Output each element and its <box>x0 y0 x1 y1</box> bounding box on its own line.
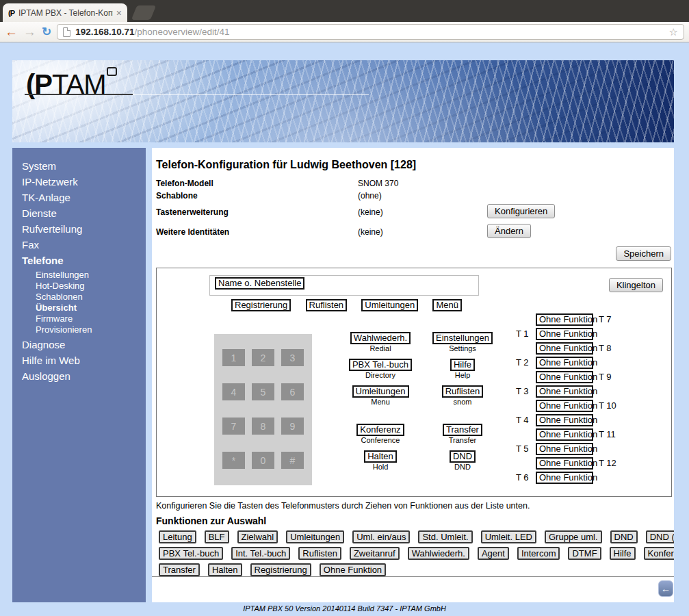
function-chip[interactable]: Umleitungen <box>286 530 344 543</box>
function-key: Einstellungen Settings <box>411 331 514 353</box>
sidebar-item[interactable]: Ausloggen <box>22 370 146 383</box>
function-key-slot[interactable]: Ruflisten <box>442 385 484 398</box>
function-chip[interactable]: Halten <box>208 563 242 576</box>
field-row: Schablone (ohne) <box>152 190 674 202</box>
page-icon <box>63 27 70 37</box>
sidebar-item[interactable]: Diagnose <box>22 338 146 351</box>
t-key-slot[interactable]: Ohne Funktion <box>536 357 593 369</box>
function-key-sublabel: Settings <box>411 344 514 353</box>
function-key: DND DND <box>411 450 514 472</box>
function-key-slot[interactable]: DND <box>450 450 476 463</box>
t-key-label-right: T 7 <box>599 314 612 324</box>
save-button[interactable]: Speichern <box>616 246 671 261</box>
browser-tab[interactable]: (P IPTAM PBX - Telefon-Konfiguration × <box>3 3 127 22</box>
function-chip[interactable]: Wahlwiederh. <box>408 547 469 560</box>
function-key-slot[interactable]: PBX Tel.-buch <box>349 359 412 371</box>
t-key-slot[interactable]: Ohne Funktion <box>536 443 593 455</box>
sidebar-item[interactable]: Schablonen <box>36 292 146 303</box>
sidebar-item[interactable]: Rufverteilung <box>22 222 146 235</box>
sidebar-item[interactable]: Provisionieren <box>36 324 146 335</box>
field-label: Weitere Identitäten <box>152 227 358 237</box>
sidebar-item[interactable]: Fax <box>22 238 146 251</box>
function-chip[interactable]: Konferenz <box>644 547 674 560</box>
sidebar-item[interactable]: Hot-Desking <box>36 281 146 292</box>
t-key-slot[interactable]: Ohne Funktion <box>536 328 593 340</box>
function-chip[interactable]: Ruflisten <box>298 547 341 560</box>
phone-display: Name o. Nebenstelle <box>209 275 479 296</box>
ringtone-button[interactable]: Klingelton <box>609 278 663 292</box>
sidebar-item[interactable]: Firmware <box>36 313 146 324</box>
t-key-slot[interactable]: Ohne Funktion <box>536 428 593 441</box>
t-key-label-left: T 4 <box>516 415 536 425</box>
nav-key-slot[interactable]: Menü <box>432 299 462 311</box>
function-keys-right: Einstellungen Settings Hilfe Help Ruflis… <box>411 331 514 476</box>
t-key-slot[interactable]: Ohne Funktion <box>536 400 593 412</box>
function-key-sublabel: Transfer <box>411 436 514 445</box>
field-label: Schablone <box>152 191 358 201</box>
function-key-slot[interactable]: Einstellungen <box>432 332 493 344</box>
field-action-button[interactable]: Konfigurieren <box>487 204 555 218</box>
function-key-slot[interactable]: Konferenz <box>356 424 404 436</box>
function-chip[interactable]: Zweitanruf <box>350 547 400 560</box>
t-key-slot[interactable]: Ohne Funktion <box>536 414 593 426</box>
url-host: 192.168.10.71 <box>75 27 134 37</box>
function-chip[interactable]: Zielwahl <box>237 530 278 543</box>
new-tab-button[interactable] <box>131 5 156 20</box>
function-key-slot[interactable]: Halten <box>364 450 397 463</box>
field-value: SNOM 370 <box>358 179 398 188</box>
function-chip[interactable]: DND (Ruhe) <box>646 530 674 543</box>
t-key-slot[interactable]: Ohne Funktion <box>536 457 593 470</box>
sidebar-item[interactable]: Telefone <box>22 254 146 267</box>
t-key-slot[interactable]: Ohne Funktion <box>536 472 593 484</box>
function-chip[interactable]: Ohne Funktion <box>320 563 386 576</box>
back-icon[interactable]: ← <box>5 25 18 38</box>
field-action-button[interactable]: Ändern <box>487 224 531 238</box>
t-key-slot[interactable]: Ohne Funktion <box>536 313 593 326</box>
t-key-row: T 1 Ohne Funktion <box>516 326 616 341</box>
sidebar-item[interactable]: Hilfe im Web <box>22 354 146 367</box>
function-key-slot[interactable]: Wahlwiederh. <box>350 332 411 344</box>
function-key-slot[interactable]: Hilfe <box>450 359 475 371</box>
back-navigation-button[interactable]: ← <box>658 580 673 597</box>
function-chip[interactable]: Transfer <box>159 563 200 576</box>
t-key-slot[interactable]: Ohne Funktion <box>536 342 593 355</box>
sidebar-item[interactable]: IP-Netzwerk <box>22 175 146 188</box>
sidebar-item[interactable]: TK-Anlage <box>22 191 146 204</box>
star-icon[interactable]: ☆ <box>669 26 678 38</box>
function-key-slot[interactable]: Umleitungen <box>352 385 409 398</box>
t-key-slot[interactable]: Ohne Funktion <box>536 371 593 383</box>
t-key-row: T 4 Ohne Funktion <box>516 413 616 427</box>
t-key-slot[interactable]: Ohne Funktion <box>536 385 593 398</box>
nav-key-slot[interactable]: Ruflisten <box>306 299 348 311</box>
t-key-row: Ohne Funktion T 10 <box>516 398 616 413</box>
url-bar[interactable]: 192.168.10.71/phoneoverview/edit/41 ☆ <box>57 24 684 40</box>
keypad-key: 4 <box>222 383 245 400</box>
close-icon[interactable]: × <box>116 8 122 18</box>
function-chip[interactable]: Int. Tel.-buch <box>231 547 290 560</box>
function-chip[interactable]: BLF <box>205 530 229 543</box>
display-key-slot[interactable]: Name o. Nebenstelle <box>215 277 304 290</box>
function-chip[interactable]: Std. Umleit. <box>418 530 472 543</box>
field-value: (ohne) <box>358 191 382 201</box>
reload-icon[interactable]: ↻ <box>42 26 51 38</box>
function-chip[interactable]: DTMF <box>568 547 601 560</box>
sidebar-item[interactable]: System <box>22 159 146 172</box>
function-chip[interactable]: DND <box>610 530 638 543</box>
sidebar-item[interactable]: Einstellungen <box>36 270 146 281</box>
field-value: (keine) <box>358 227 383 237</box>
nav-key-slot[interactable]: Umleitungen <box>361 299 418 311</box>
function-chip[interactable]: Hilfe <box>610 547 636 560</box>
forward-icon[interactable]: → <box>23 25 36 38</box>
sidebar-item[interactable]: Dienste <box>22 207 146 220</box>
function-chip[interactable]: Leitung <box>159 530 196 543</box>
function-chip[interactable]: Registrierung <box>250 563 311 576</box>
function-chip[interactable]: PBX Tel.-buch <box>159 547 223 560</box>
sidebar-item[interactable]: Übersicht <box>36 303 146 313</box>
function-chip[interactable]: Umleit. LED <box>481 530 536 543</box>
function-key-slot[interactable]: Transfer <box>443 424 482 436</box>
function-chip[interactable]: Agent <box>478 547 509 560</box>
nav-key-slot[interactable]: Registrierung <box>231 299 291 311</box>
function-chip[interactable]: Uml. ein/aus <box>352 530 410 543</box>
function-chip[interactable]: Intercom <box>517 547 560 560</box>
function-chip[interactable]: Gruppe uml. <box>545 530 602 543</box>
